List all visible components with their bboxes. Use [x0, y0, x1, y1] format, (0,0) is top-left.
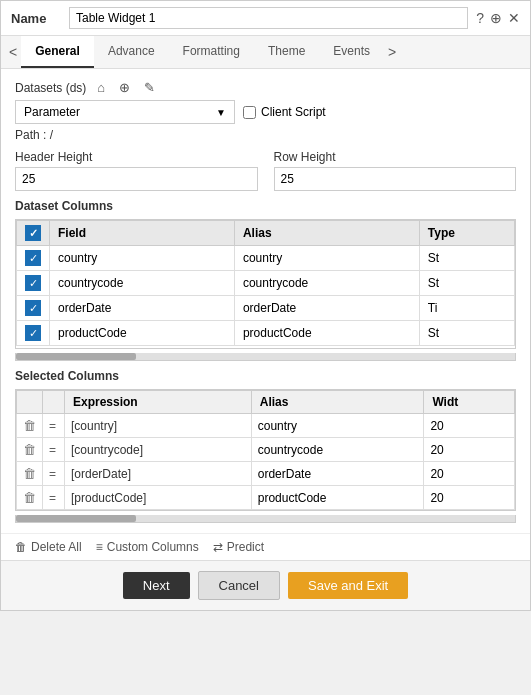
sel-col-eq-header [43, 391, 65, 414]
tab-advance[interactable]: Advance [94, 36, 169, 68]
row2-alias: countrycode [234, 271, 419, 296]
header-height-group: Header Height [15, 150, 258, 191]
save-exit-button[interactable]: Save and Exit [288, 572, 408, 599]
header-height-label: Header Height [15, 150, 258, 164]
predict-icon: ⇄ [213, 540, 223, 554]
dataset-columns-table: ✓ Field Alias Type ✓ country [16, 220, 515, 346]
selected-columns-table: Expression Alias Widt 🗑 = [country] coun… [16, 390, 515, 510]
table-row: ✓ country country St [17, 246, 515, 271]
path-value: / [50, 128, 53, 142]
client-script-checkbox[interactable] [243, 106, 256, 119]
tab-left-arrow[interactable]: < [5, 36, 21, 68]
custom-columns-action[interactable]: ≡ Custom Columns [96, 540, 199, 554]
table-row: 🗑 = [countrycode] countrycode 20 [17, 438, 515, 462]
table-row: 🗑 = [productCode] productCode 20 [17, 486, 515, 510]
sel-row2-expr: [countrycode] [65, 438, 252, 462]
sel-row4-width: 20 [424, 486, 515, 510]
sel-row2-width: 20 [424, 438, 515, 462]
selected-columns-hscroll-thumb [16, 515, 136, 522]
table-row: ✓ countrycode countrycode St [17, 271, 515, 296]
next-button[interactable]: Next [123, 572, 190, 599]
dataset-columns-hscroll[interactable] [15, 353, 516, 361]
delete-row2-icon[interactable]: 🗑 [23, 442, 36, 457]
tab-right-arrow[interactable]: > [384, 36, 400, 68]
selected-columns-hscroll[interactable] [15, 515, 516, 523]
delete-row3-icon[interactable]: 🗑 [23, 466, 36, 481]
help-icon[interactable]: ? [476, 10, 484, 26]
sel-row4-expr: [productCode] [65, 486, 252, 510]
heights-row: Header Height Row Height [15, 150, 516, 191]
sel-row3-width: 20 [424, 462, 515, 486]
eq-row3-icon: = [49, 467, 56, 481]
datasets-home-btn[interactable]: ⌂ [94, 79, 108, 96]
path-label: Path : [15, 128, 46, 142]
sel-row3-eq: = [43, 462, 65, 486]
cancel-button[interactable]: Cancel [198, 571, 280, 600]
custom-columns-label: Custom Columns [107, 540, 199, 554]
title-input[interactable] [69, 7, 468, 29]
footer: Next Cancel Save and Exit [1, 560, 530, 610]
tab-events[interactable]: Events [319, 36, 384, 68]
delete-row1-icon[interactable]: 🗑 [23, 418, 36, 433]
datasets-select-row: Parameter ▼ Client Script [15, 100, 516, 124]
datasets-edit-btn[interactable]: ✎ [141, 79, 158, 96]
table-row: ✓ orderDate orderDate Ti [17, 296, 515, 321]
sel-col-del-header [17, 391, 43, 414]
datasets-row: Datasets (ds) ⌂ ⊕ ✎ [15, 79, 516, 96]
close-icon[interactable]: ✕ [508, 10, 520, 26]
datasets-add-btn[interactable]: ⊕ [116, 79, 133, 96]
sel-row1-alias: country [251, 414, 424, 438]
row4-checkbox[interactable]: ✓ [25, 325, 41, 341]
row2-type: St [419, 271, 514, 296]
selected-columns-scroll: Expression Alias Widt 🗑 = [country] coun… [15, 389, 516, 511]
header-checkbox[interactable]: ✓ [25, 225, 41, 241]
tab-theme[interactable]: Theme [254, 36, 319, 68]
sel-row2-eq: = [43, 438, 65, 462]
sel-row4-eq: = [43, 486, 65, 510]
sel-row4-del: 🗑 [17, 486, 43, 510]
delete-all-action[interactable]: 🗑 Delete All [15, 540, 82, 554]
path-row: Path : / [15, 128, 516, 142]
sel-row3-alias: orderDate [251, 462, 424, 486]
sel-col-expr-header: Expression [65, 391, 252, 414]
tab-formatting[interactable]: Formatting [169, 36, 254, 68]
dataset-columns-table-outer: ✓ Field Alias Type ✓ country [15, 219, 516, 361]
sel-row2-del: 🗑 [17, 438, 43, 462]
predict-action[interactable]: ⇄ Predict [213, 540, 264, 554]
tabs-bar: < General Advance Formatting Theme Event… [1, 36, 530, 69]
row2-checkbox[interactable]: ✓ [25, 275, 41, 291]
eq-row1-icon: = [49, 419, 56, 433]
dataset-col-alias-header: Alias [234, 221, 419, 246]
row3-alias: orderDate [234, 296, 419, 321]
dataset-columns-scroll: ✓ Field Alias Type ✓ country [15, 219, 516, 349]
title-bar: Name ? ⊕ ✕ [1, 1, 530, 36]
main-window: Name ? ⊕ ✕ < General Advance Formatting … [0, 0, 531, 611]
move-icon[interactable]: ⊕ [490, 10, 502, 26]
row3-field: orderDate [50, 296, 235, 321]
sel-row3-del: 🗑 [17, 462, 43, 486]
datasets-label: Datasets (ds) [15, 81, 86, 95]
table-row: 🗑 = [orderDate] orderDate 20 [17, 462, 515, 486]
dataset-col-type-header: Type [419, 221, 514, 246]
dataset-col-field-header: Field [50, 221, 235, 246]
row-height-input[interactable] [274, 167, 517, 191]
datasets-select[interactable]: Parameter ▼ [15, 100, 235, 124]
row1-checkbox[interactable]: ✓ [25, 250, 41, 266]
delete-row4-icon[interactable]: 🗑 [23, 490, 36, 505]
sel-row4-alias: productCode [251, 486, 424, 510]
client-script-label: Client Script [261, 105, 326, 119]
eq-row2-icon: = [49, 443, 56, 457]
row3-checkbox[interactable]: ✓ [25, 300, 41, 316]
dataset-columns-hscroll-thumb [16, 353, 136, 360]
sel-col-width-header: Widt [424, 391, 515, 414]
header-height-input[interactable] [15, 167, 258, 191]
row4-field: productCode [50, 321, 235, 346]
row3-checkbox-cell: ✓ [17, 296, 50, 321]
predict-label: Predict [227, 540, 264, 554]
sel-col-alias-header: Alias [251, 391, 424, 414]
client-script-checkbox-label[interactable]: Client Script [243, 105, 326, 119]
tab-general[interactable]: General [21, 36, 94, 68]
row1-alias: country [234, 246, 419, 271]
delete-all-icon: 🗑 [15, 540, 27, 554]
content-area: Datasets (ds) ⌂ ⊕ ✎ Parameter ▼ Client S… [1, 69, 530, 533]
